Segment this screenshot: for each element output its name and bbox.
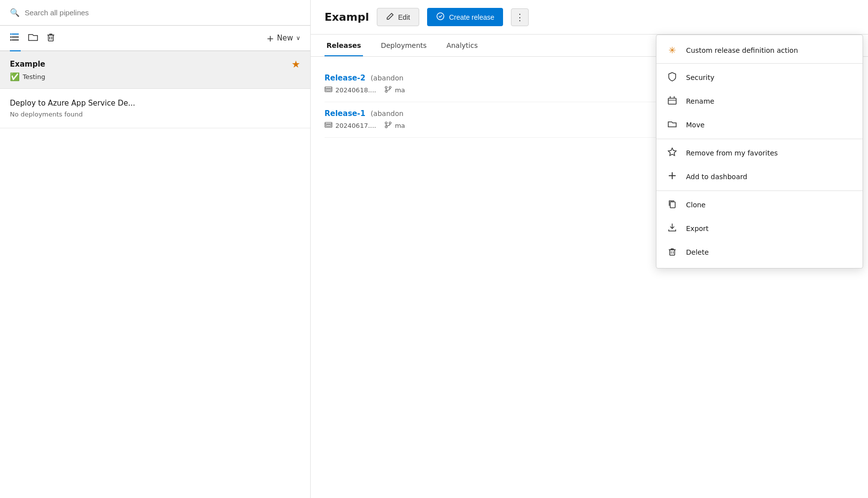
svg-point-3	[10, 34, 12, 35]
dropdown-divider-3	[656, 191, 863, 191]
svg-point-5	[10, 39, 12, 41]
rename-label: Rename	[686, 97, 714, 105]
edit-button[interactable]: Edit	[377, 8, 419, 26]
pencil-icon	[386, 12, 394, 22]
dropdown-item-move[interactable]: Move	[656, 113, 863, 137]
dropdown-item-security[interactable]: Security	[656, 66, 863, 89]
branch-icon	[384, 85, 392, 95]
create-release-label: Create release	[449, 13, 494, 21]
release-2-status: (abandon	[370, 74, 403, 82]
pipeline-name: Example	[10, 60, 45, 69]
main-header: Exampl Edit Create release ⋮	[311, 0, 868, 35]
release-1-build-id: 20240617....	[335, 122, 376, 129]
dropdown-item-rename[interactable]: Rename	[656, 89, 863, 113]
svg-point-15	[389, 86, 391, 88]
svg-rect-20	[326, 125, 331, 126]
release-1-status: (abandon	[370, 110, 403, 117]
asterisk-icon: ✳	[666, 45, 678, 55]
move-label: Move	[686, 121, 705, 129]
svg-point-22	[389, 122, 391, 124]
branch-icon-2	[384, 121, 392, 130]
move-folder-icon	[666, 119, 678, 131]
build-icon	[325, 85, 332, 95]
release-1-branch-name: ma	[395, 122, 405, 129]
release-1-branch: ma	[384, 121, 405, 130]
svg-rect-32	[670, 250, 675, 255]
delete-icon[interactable]	[45, 32, 56, 44]
add-dashboard-icon	[666, 171, 678, 183]
new-button[interactable]: + New ∨	[266, 33, 300, 43]
release-2-build-id: 20240618....	[335, 86, 376, 94]
delete-label: Delete	[686, 248, 709, 256]
svg-rect-13	[326, 89, 331, 91]
svg-rect-6	[48, 35, 53, 41]
build-icon-2	[325, 121, 332, 130]
chevron-down-icon: ∨	[296, 35, 300, 41]
dropdown-menu: ✳ Custom release definition action Secur…	[656, 35, 863, 268]
folder-icon[interactable]	[28, 32, 38, 44]
custom-action-label: Custom release definition action	[686, 46, 798, 54]
main-content: Exampl Edit Create release ⋮ Releases	[311, 0, 868, 498]
svg-rect-25	[668, 98, 676, 104]
dropdown-divider-1	[656, 63, 863, 64]
dropdown-item-remove-favorites[interactable]: Remove from my favorites	[656, 141, 863, 165]
pipeline-name-row: Example ★	[10, 58, 300, 70]
rocket-icon	[436, 12, 445, 22]
star-outline-icon	[666, 147, 678, 159]
release-2-build: 20240618....	[325, 85, 376, 95]
list-icon[interactable]	[10, 32, 21, 44]
search-input[interactable]	[25, 8, 300, 17]
page-title: Exampl	[325, 11, 369, 23]
star-icon[interactable]: ★	[291, 58, 300, 70]
export-label: Export	[686, 225, 709, 232]
svg-point-23	[385, 126, 387, 128]
rename-icon	[666, 95, 678, 107]
search-bar: 🔍	[0, 0, 310, 26]
dropdown-item-export[interactable]: Export	[656, 217, 863, 240]
delete-dropdown-icon	[666, 246, 678, 258]
tab-releases[interactable]: Releases	[325, 35, 363, 56]
more-button[interactable]: ⋮	[511, 8, 529, 26]
dropdown-divider-2	[656, 139, 863, 139]
release-1-build: 20240617....	[325, 121, 376, 130]
search-icon: 🔍	[10, 8, 20, 17]
toolbar-icons	[10, 32, 56, 44]
sidebar: 🔍	[0, 0, 311, 498]
create-release-button[interactable]: Create release	[427, 8, 503, 26]
svg-point-16	[385, 90, 387, 92]
release-2-branch: ma	[384, 85, 405, 95]
shield-icon	[666, 72, 678, 83]
tab-analytics[interactable]: Analytics	[444, 35, 480, 56]
pipeline-item[interactable]: Example ★ ✅ Testing	[0, 51, 310, 88]
status-check-icon: ✅	[10, 72, 20, 81]
release-2-branch-name: ma	[395, 86, 405, 94]
sub-pipeline-name: Deploy to Azure App Service De...	[10, 99, 300, 108]
add-dashboard-label: Add to dashboard	[686, 173, 747, 181]
tab-deployments[interactable]: Deployments	[379, 35, 429, 56]
svg-point-14	[385, 86, 387, 88]
security-label: Security	[686, 74, 715, 81]
dropdown-item-clone[interactable]: Clone	[656, 193, 863, 217]
dropdown-item-custom-action[interactable]: ✳ Custom release definition action	[656, 39, 863, 61]
dropdown-item-add-dashboard[interactable]: Add to dashboard	[656, 165, 863, 189]
edit-label: Edit	[398, 13, 410, 21]
clone-icon	[666, 199, 678, 211]
svg-rect-31	[670, 202, 675, 208]
sub-pipeline-item[interactable]: Deploy to Azure App Service De... No dep…	[0, 89, 310, 128]
ellipsis-icon: ⋮	[515, 12, 524, 23]
new-label: New	[277, 34, 293, 42]
release-1-link[interactable]: Release-1	[325, 109, 365, 118]
svg-point-21	[385, 122, 387, 124]
toolbar: + New ∨	[0, 26, 310, 51]
plus-icon: +	[266, 33, 274, 43]
sub-pipeline-status: No deployments found	[10, 111, 300, 118]
dropdown-item-delete[interactable]: Delete	[656, 240, 863, 264]
export-icon	[666, 223, 678, 234]
clone-label: Clone	[686, 201, 706, 209]
pipeline-status-text: Testing	[23, 73, 45, 80]
svg-point-4	[10, 37, 12, 38]
pipeline-status: ✅ Testing	[10, 72, 300, 81]
release-2-link[interactable]: Release-2	[325, 74, 365, 82]
remove-favorites-label: Remove from my favorites	[686, 149, 778, 157]
